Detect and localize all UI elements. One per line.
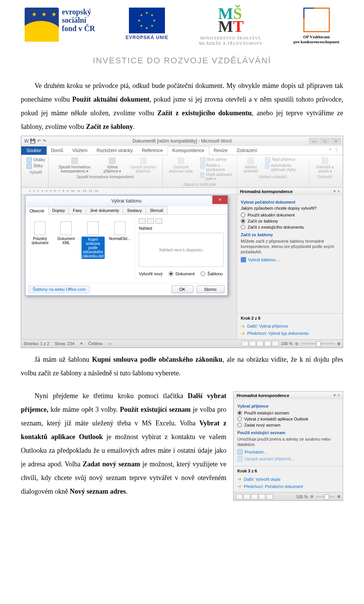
msmt-sub1: MINISTERSTVO ŠKOLSTVÍ,: [200, 36, 261, 40]
rib-obalky[interactable]: Obálky: [33, 158, 45, 162]
doc-icon: [87, 221, 99, 235]
label-icon: [27, 163, 32, 169]
zoom-value[interactable]: 100 %: [281, 341, 293, 346]
view-large-icon[interactable]: [139, 218, 146, 224]
rib-nahled: Náhled výsledků: [240, 157, 261, 173]
browse-link[interactable]: Procházet…: [237, 449, 339, 455]
rib-stitky[interactable]: Štítky: [33, 164, 43, 168]
status-words[interactable]: Slova: 234: [55, 341, 74, 346]
esf-logo: evropský sociální fond v ČR: [25, 8, 95, 42]
pane-h1: Vybrat počáteční dokument: [241, 200, 339, 204]
status-lang[interactable]: Čeština: [88, 341, 102, 346]
insert-icon[interactable]: ▭: [108, 341, 111, 346]
pane-close-icon[interactable]: ▼ ×: [333, 393, 340, 398]
view-web-icon[interactable]: [251, 494, 258, 499]
zoom-slider[interactable]: [301, 343, 335, 344]
pane-next[interactable]: ➜Další: Vybrat příjemce: [241, 323, 339, 330]
group-dokoncit: Dokončit: [312, 175, 337, 179]
pane-title: Hromadná korespondence: [240, 189, 293, 194]
cancel-button[interactable]: Storno: [196, 286, 224, 293]
redo-icon[interactable]: ↷: [42, 138, 46, 144]
radio-existing-list[interactable]: Použít existující seznam: [237, 410, 339, 416]
view-outline-icon[interactable]: [259, 494, 265, 499]
view-outline-icon[interactable]: [264, 341, 271, 346]
radio-dokument[interactable]: Dokument: [169, 271, 195, 277]
tab-revize[interactable]: Revize: [209, 146, 232, 155]
select-template-link[interactable]: Vybrat šablonu…: [241, 256, 339, 263]
template-item-selected[interactable]: Kupní smlouva podle občanského zákoníku.…: [82, 221, 105, 259]
finish-icon: [322, 157, 328, 164]
preview-pane: Náhled Náhled není k dispozici. Vytvořit…: [135, 218, 224, 279]
tab-domu[interactable]: Domů: [47, 146, 68, 155]
preview-box: Náhled není k dispozici.: [139, 233, 224, 267]
view-details-icon[interactable]: [155, 218, 162, 224]
find-icon: [265, 157, 270, 163]
ribbon-help[interactable]: ⌃ ❔: [325, 146, 343, 155]
radio-from-existing[interactable]: Začít z existujícího dokumentu: [241, 224, 339, 230]
radio-sablonu[interactable]: Šablonu: [201, 271, 223, 277]
tab-rozlozeni[interactable]: Rozložení stránky: [92, 146, 137, 155]
statusbar-side: 100 %⊖⊕: [234, 492, 343, 500]
zoom-out-icon[interactable]: ⊖: [310, 494, 314, 499]
rib-radek: Řádek s pozdravem: [206, 163, 234, 172]
close-button[interactable]: ×: [331, 138, 341, 144]
status-page[interactable]: Stránka: 1 z 2: [24, 341, 49, 346]
pane3-title: Hromadná korespondence: [237, 393, 289, 398]
pane-close-icon[interactable]: ▼ ×: [333, 189, 340, 194]
rib-spustit[interactable]: Spustit hromadnou korespondenci ▾: [52, 157, 97, 173]
eu-flag-icon: ★★ ★★ ★★ ★★: [129, 8, 165, 33]
pane-prev[interactable]: ➜Předchozí: Vybrat typ dokumentu: [241, 330, 339, 337]
proofing-icon[interactable]: ✶: [80, 341, 83, 346]
msmt-sub2: MLÁDEŽE A TĚLOVÝCHOVY: [199, 41, 263, 45]
tab-vlozeni[interactable]: Vložení: [68, 146, 92, 155]
save-icon[interactable]: 💾: [30, 138, 36, 144]
view-web-icon[interactable]: [257, 341, 264, 346]
view-read-icon[interactable]: [243, 494, 250, 499]
dtab-shrnuti[interactable]: Shrnutí: [146, 206, 167, 214]
radio-from-template[interactable]: Začít ze šablony: [241, 218, 339, 224]
zoom-out-icon[interactable]: ⊖: [295, 341, 298, 346]
dtab-obecne[interactable]: Obecné: [25, 207, 49, 215]
maximize-button[interactable]: □: [320, 138, 330, 144]
tab-soubor[interactable]: Soubor: [21, 146, 47, 155]
template-item[interactable]: NormalOld…: [109, 221, 131, 241]
template-item[interactable]: Prázdný dokument: [29, 221, 51, 245]
rib-vybrat[interactable]: Vybrat příjemce ▾: [101, 157, 124, 173]
envelope-icon: [27, 157, 32, 163]
zoom-slider[interactable]: [316, 496, 335, 497]
view-draft-icon[interactable]: [272, 341, 279, 346]
office-templates-link[interactable]: Šablony na webu Office.com: [28, 286, 90, 293]
pane3-next[interactable]: ➜Další: Vytvořit dopis: [237, 475, 339, 483]
view-list-icon[interactable]: [147, 218, 154, 224]
statusbar: Stránka: 1 z 2 Slova: 234 ✶ Čeština ▭ 10…: [21, 339, 343, 348]
dtab-dopisy[interactable]: Dopisy: [48, 206, 69, 214]
view-draft-icon[interactable]: [266, 494, 273, 499]
radio-new-list[interactable]: Zadat nový seznam: [237, 422, 339, 428]
template-item[interactable]: Dokument XML: [55, 221, 77, 245]
undo-icon[interactable]: ↶: [37, 138, 41, 144]
dialog-close-button[interactable]: ×: [212, 196, 228, 204]
template-list: Prázdný dokument Dokument XML Kupní smlo…: [29, 218, 131, 279]
tab-reference[interactable]: Reference: [137, 146, 167, 155]
template-dialog: Vybrat šablonu× Obecné Dopisy Faxy Jiné …: [25, 195, 228, 296]
edit-recipients-link[interactable]: Upravit seznam příjemců…: [237, 455, 339, 462]
zoom-in-icon[interactable]: ⊕: [337, 341, 340, 346]
tab-zobrazeni[interactable]: Zobrazení: [232, 146, 262, 155]
zoom-value[interactable]: 100 %: [296, 494, 308, 499]
view-print-icon[interactable]: [242, 341, 248, 346]
minimize-button[interactable]: —: [309, 138, 319, 144]
dtab-sestavy[interactable]: Sestavy: [123, 206, 146, 214]
radio-outlook-contacts[interactable]: Vybrat z kontaktů aplikace Outlook: [237, 416, 339, 422]
dtab-jine[interactable]: Jiné dokumenty: [86, 206, 123, 214]
rib-auto: Automaticky zjišťovat chyby: [271, 163, 306, 172]
view-read-icon[interactable]: [249, 341, 256, 346]
pane3-prev[interactable]: ➜Předchozí: Počáteční dokument: [237, 483, 339, 490]
rib-upravit[interactable]: Upravit seznam příjemců: [127, 157, 159, 173]
ok-button[interactable]: OK: [171, 286, 193, 293]
header-logos: evropský sociální fond v ČR ★★ ★★ ★★ ★★ …: [21, 0, 343, 50]
zoom-in-icon[interactable]: ⊕: [337, 494, 340, 499]
radio-use-current[interactable]: Použít aktuální dokument: [241, 212, 339, 218]
tab-korespondence[interactable]: Korespondence: [168, 146, 209, 155]
view-print-icon[interactable]: [236, 494, 243, 499]
dtab-faxy[interactable]: Faxy: [69, 206, 86, 214]
